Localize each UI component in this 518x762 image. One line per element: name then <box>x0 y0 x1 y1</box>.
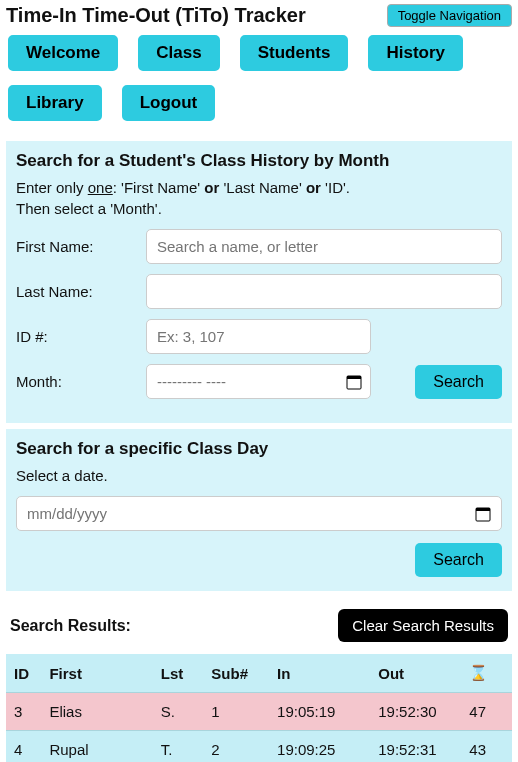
month-input[interactable] <box>146 364 371 399</box>
table-row: 4RupalT.219:09:2519:52:3143 <box>6 731 512 763</box>
results-table: ID First Lst Sub# In Out ⌛ 3EliasS.119:0… <box>6 654 512 762</box>
instruction-text: Then select a 'Month'. <box>16 200 502 217</box>
text: : 'First Name' <box>113 179 205 196</box>
text-underline: one <box>88 179 113 196</box>
instruction-text: Select a date. <box>16 467 502 484</box>
col-id: ID <box>6 654 41 693</box>
cell-in: 19:09:25 <box>269 731 370 763</box>
col-out: Out <box>370 654 461 693</box>
search-by-day-panel: Search for a specific Class Day Select a… <box>6 429 512 591</box>
nav-item-library[interactable]: Library <box>6 83 104 123</box>
col-duration: ⌛ <box>461 654 512 693</box>
main-nav: WelcomeClassStudentsHistoryLibraryLogout <box>0 27 518 135</box>
month-label: Month: <box>16 373 146 390</box>
class-day-input[interactable] <box>16 496 502 531</box>
clear-results-button[interactable]: Clear Search Results <box>338 609 508 642</box>
nav-item-history[interactable]: History <box>366 33 465 73</box>
col-in: In <box>269 654 370 693</box>
page-title: Time-In Time-Out (TiTo) Tracker <box>0 4 306 27</box>
text: 'Last Name' <box>219 179 306 196</box>
table-row: 3EliasS.119:05:1919:52:3047 <box>6 693 512 731</box>
cell-dur: 47 <box>461 693 512 731</box>
search-day-button[interactable]: Search <box>415 543 502 577</box>
results-heading: Search Results: <box>10 617 131 635</box>
cell-last: T. <box>153 731 204 763</box>
text: Enter only <box>16 179 88 196</box>
search-by-month-panel: Search for a Student's Class History by … <box>6 141 512 423</box>
text-bold: or <box>204 179 219 196</box>
text-bold: or <box>306 179 321 196</box>
id-label: ID #: <box>16 328 146 345</box>
cell-in: 19:05:19 <box>269 693 370 731</box>
panel-title: Search for a Student's Class History by … <box>16 151 502 171</box>
nav-item-students[interactable]: Students <box>238 33 351 73</box>
cell-sub: 2 <box>203 731 269 763</box>
last-name-label: Last Name: <box>16 283 146 300</box>
first-name-input[interactable] <box>146 229 502 264</box>
instruction-text: Enter only one: 'First Name' or 'Last Na… <box>16 179 502 196</box>
cell-id: 3 <box>6 693 41 731</box>
col-last: Lst <box>153 654 204 693</box>
first-name-label: First Name: <box>16 238 146 255</box>
cell-sub: 1 <box>203 693 269 731</box>
id-input[interactable] <box>146 319 371 354</box>
toggle-navigation-button[interactable]: Toggle Navigation <box>387 4 512 27</box>
col-first: First <box>41 654 152 693</box>
last-name-input[interactable] <box>146 274 502 309</box>
cell-out: 19:52:31 <box>370 731 461 763</box>
cell-first: Elias <box>41 693 152 731</box>
nav-item-logout[interactable]: Logout <box>120 83 218 123</box>
panel-title: Search for a specific Class Day <box>16 439 502 459</box>
nav-item-class[interactable]: Class <box>136 33 221 73</box>
col-sub: Sub# <box>203 654 269 693</box>
hourglass-icon: ⌛ <box>469 664 488 681</box>
cell-dur: 43 <box>461 731 512 763</box>
cell-last: S. <box>153 693 204 731</box>
cell-id: 4 <box>6 731 41 763</box>
search-month-button[interactable]: Search <box>415 365 502 399</box>
cell-out: 19:52:30 <box>370 693 461 731</box>
nav-item-welcome[interactable]: Welcome <box>6 33 120 73</box>
cell-first: Rupal <box>41 731 152 763</box>
text: 'ID'. <box>321 179 350 196</box>
